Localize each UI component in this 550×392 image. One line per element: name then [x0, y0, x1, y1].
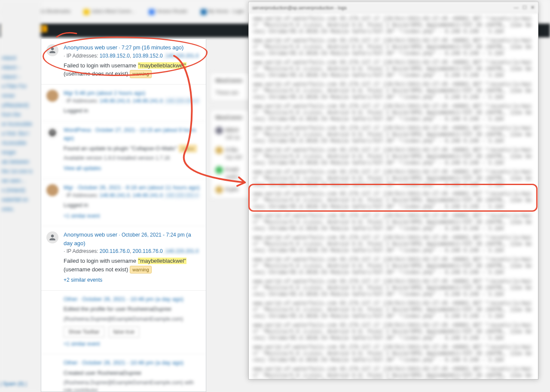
- entry-message: Edited the profile for user RosheenaDupr…: [64, 305, 200, 313]
- entry-user[interactable]: WordPress: [64, 127, 91, 133]
- user-avatar-icon: [46, 184, 58, 196]
- entry-message: Failed to login with username "maybelleb…: [64, 61, 200, 78]
- activity-entry[interactable]: Mgr · October 26, 2021 - 8:16 am (about …: [41, 179, 206, 227]
- highlighted-username: "maybelleblackwel": [138, 258, 186, 264]
- log-line-blurred: www.world-of-waterfalls.com 83.270.127.1…: [253, 147, 534, 167]
- ip-link[interactable]: 200.116.76.0: [100, 248, 130, 254]
- anon-user-icon: [46, 44, 58, 56]
- entry-message: Found an update to plugin "Collapse-O-Ma…: [64, 144, 200, 153]
- ip-link[interactable]: 148.80.241.0: [100, 192, 130, 198]
- entry-user[interactable]: Anonymous web user: [64, 44, 117, 51]
- ip-link[interactable]: 148.80.241.0: [100, 98, 130, 104]
- log-line-blurred: www.world-of-waterfalls.com 83.270.127.1…: [253, 82, 534, 101]
- entry-extra: (Rosheena.Dupree@ExampleDomainExample.co…: [64, 379, 200, 392]
- activity-entry[interactable]: Anonymous web user · October 26, 2021 - …: [41, 226, 206, 291]
- log-line-blurred: www.world-of-waterfalls.com 83.270.127.1…: [253, 344, 534, 364]
- log-line-blurred: www.world-of-waterfalls.com 83.270.127.1…: [253, 322, 534, 342]
- activity-entry[interactable]: WWordPress · October 27, 2021 - 10:15 am…: [41, 122, 206, 179]
- similar-events-link[interactable]: +2 similar events: [64, 276, 102, 284]
- highlighted-username: "maybelleblackwel": [138, 62, 186, 69]
- log-line-blurred: www.world-of-waterfalls.com 83.270.127.1…: [253, 16, 534, 35]
- entry-extra: (Rosheena.Dupree@ExampleDomainExample.co…: [64, 315, 200, 323]
- entry-ipline: · IP Addresses: 148.80.241.0, 148.80.241…: [64, 191, 200, 199]
- wordpress-icon: W: [46, 127, 58, 139]
- entry-user[interactable]: Anonymous web user: [64, 231, 117, 238]
- activity-entry[interactable]: Mgr 5:46 pm (about 2 hours ago)· IP Addr…: [41, 85, 206, 122]
- log-window: serverproduction@sp.serverproduction - l…: [248, 2, 538, 380]
- log-window-titlebar[interactable]: serverproduction@sp.serverproduction - l…: [249, 2, 538, 13]
- ip-link[interactable]: 103.89.152.0: [133, 53, 163, 59]
- log-line-blurred: www.world-of-waterfalls.com 83.270.127.1…: [253, 213, 534, 232]
- log-line-blurred: www.world-of-waterfalls.com 83.270.127.1…: [253, 191, 534, 210]
- ip-link[interactable]: 200.116.76.0: [133, 248, 163, 254]
- entry-message: Logged in: [64, 201, 200, 210]
- activity-log-panel: Anonymous web user · 7:27 pm (16 minutes…: [41, 39, 206, 392]
- log-line-blurred: www.world-of-waterfalls.com 83.270.127.1…: [253, 60, 534, 79]
- log-line-blurred: www.world-of-waterfalls.com 83.270.127.1…: [253, 235, 534, 254]
- entry-ipline: · IP Addresses: 200.116.76.0, 200.116.76…: [64, 247, 200, 255]
- activity-entry[interactable]: Anonymous web user · 7:27 pm (16 minutes…: [41, 39, 206, 85]
- log-line-blurred: www.world-of-waterfalls.com 83.270.127.1…: [253, 301, 534, 320]
- log-line-blurred: www.world-of-waterfalls.com 83.270.127.1…: [253, 279, 534, 298]
- log-window-body[interactable]: www.world-of-waterfalls.com 83.270.127.1…: [249, 13, 538, 379]
- entry-user[interactable]: Mgr · October 26, 2021 - 8:16 am (about …: [64, 184, 200, 191]
- entry-time: · 7:27 pm: [117, 45, 142, 51]
- entry-time: · October 26, 2021 - 7:24 pm: [117, 232, 186, 238]
- warning-badge: warning: [130, 70, 152, 78]
- entry-extra: Available version 1.8.0 Installed versio…: [64, 154, 200, 162]
- entry-message: Failed to login with username "maybelleb…: [64, 257, 200, 273]
- entry-ago: (16 minutes ago): [142, 44, 184, 51]
- warning-badge: notice: [179, 145, 196, 153]
- anon-user-icon: [46, 231, 58, 243]
- log-line-blurred: www.world-of-waterfalls.com 83.270.127.1…: [253, 366, 534, 379]
- ip-link[interactable]: 103.89.152.0: [100, 53, 130, 59]
- warning-badge: warning: [130, 266, 152, 274]
- entry-ipline: · IP Addresses: 148.80.241.0, 148.80.241…: [64, 97, 200, 105]
- bottom-bar: | Spam (0) |: [0, 381, 40, 392]
- left-sidebar: relandreland –reland –e Filter Formmery/…: [0, 0, 41, 392]
- entry-user[interactable]: Mgr 5:46 pm (about 2 hours ago): [64, 90, 145, 96]
- entry-action-button[interactable]: false true: [109, 326, 139, 337]
- entry-action-button[interactable]: Show Toolbar: [64, 326, 104, 337]
- entry-message: Created user RosheenaDupree: [64, 369, 200, 377]
- similar-events-link[interactable]: +1 similar event: [64, 212, 100, 220]
- log-line-blurred: www.world-of-waterfalls.com 83.270.127.1…: [253, 38, 534, 57]
- entry-ipline: · IP Addresses: 103.89.152.0, 103.89.152…: [64, 52, 200, 60]
- similar-events-link[interactable]: View all updates: [64, 164, 101, 172]
- log-line-blurred: www.world-of-waterfalls.com 83.270.127.1…: [253, 257, 534, 276]
- log-line-blurred: www.world-of-waterfalls.com 83.270.127.1…: [253, 169, 534, 188]
- ip-link[interactable]: 148.80.241.0: [133, 192, 163, 198]
- entry-message: Logged in: [64, 106, 200, 115]
- entry-user[interactable]: Other · October 26, 2021 - 10:46 pm (a d…: [64, 296, 183, 302]
- svg-text:W: W: [50, 130, 55, 135]
- similar-events-link[interactable]: +1 similar event: [64, 340, 100, 348]
- activity-entry[interactable]: Other · October 26, 2021 - 10:46 pm (a d…: [41, 291, 206, 355]
- ip-link[interactable]: 148.80.241.0: [133, 98, 163, 104]
- activity-entry[interactable]: Other · October 26, 2021 - 10:46 pm (a d…: [41, 354, 206, 392]
- log-line-blurred: www.world-of-waterfalls.com 83.270.127.1…: [253, 125, 534, 145]
- entry-user[interactable]: Other · October 26, 2021 - 10:46 pm (a d…: [64, 359, 183, 366]
- log-line-blurred: www.world-of-waterfalls.com 83.270.127.1…: [253, 103, 534, 123]
- user-avatar-icon: [46, 90, 58, 102]
